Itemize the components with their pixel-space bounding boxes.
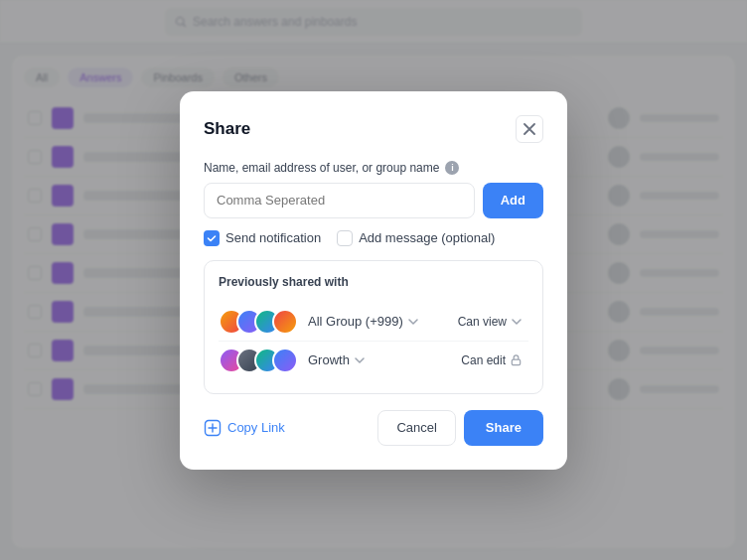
- chevron-down-icon: [354, 354, 366, 366]
- lock-icon: [510, 353, 523, 366]
- send-notification-label: Send notification: [225, 230, 321, 245]
- add-message-checkbox[interactable]: Add message (optional): [337, 230, 495, 246]
- permission-label: Can view: [458, 315, 507, 329]
- shared-row-growth: Growth Can edit: [219, 341, 528, 379]
- info-icon: i: [445, 161, 459, 175]
- cancel-button[interactable]: Cancel: [377, 410, 455, 446]
- group-name-button-all[interactable]: All Group (+999): [308, 314, 419, 329]
- close-button[interactable]: [516, 115, 543, 143]
- copy-link-label: Copy Link: [227, 420, 285, 435]
- permission-button-growth[interactable]: Can edit: [455, 350, 528, 371]
- group-name-button-growth[interactable]: Growth: [308, 352, 366, 367]
- avatar: [272, 309, 298, 335]
- shared-section: Previously shared with All Group (+999) …: [204, 260, 543, 394]
- checkbox-row: Send notification Add message (optional): [204, 230, 543, 246]
- shared-row-all-group: All Group (+999) Can view: [219, 303, 528, 341]
- dialog-footer: Copy Link Cancel Share: [204, 410, 543, 446]
- chevron-down-icon: [511, 316, 523, 328]
- avatar-stack-all-group: [219, 309, 298, 335]
- add-button[interactable]: Add: [483, 183, 543, 218]
- dialog-title: Share: [204, 119, 250, 139]
- permission-label: Can edit: [461, 353, 506, 367]
- copy-link-icon: [204, 419, 222, 437]
- group-name-label: Growth: [308, 352, 350, 367]
- unchecked-icon: [337, 230, 353, 246]
- shared-section-title: Previously shared with: [219, 275, 528, 289]
- field-label: Name, email address of user, or group na…: [204, 161, 543, 175]
- chevron-down-icon: [407, 316, 419, 328]
- avatar: [272, 348, 298, 373]
- share-input[interactable]: [204, 183, 475, 218]
- share-dialog: Share Name, email address of user, or gr…: [180, 91, 567, 470]
- modal-overlay: Share Name, email address of user, or gr…: [0, 0, 747, 560]
- input-row: Add: [204, 183, 543, 218]
- add-message-label: Add message (optional): [359, 230, 495, 245]
- share-button[interactable]: Share: [464, 410, 543, 446]
- copy-link-button[interactable]: Copy Link: [204, 419, 370, 437]
- avatar-stack-growth: [219, 348, 298, 373]
- permission-button-all[interactable]: Can view: [452, 311, 528, 333]
- send-notification-checkbox[interactable]: Send notification: [204, 230, 321, 246]
- group-name-label: All Group (+999): [308, 314, 403, 329]
- checked-icon: [204, 230, 220, 246]
- dialog-header: Share: [204, 115, 543, 143]
- svg-rect-1: [512, 359, 520, 365]
